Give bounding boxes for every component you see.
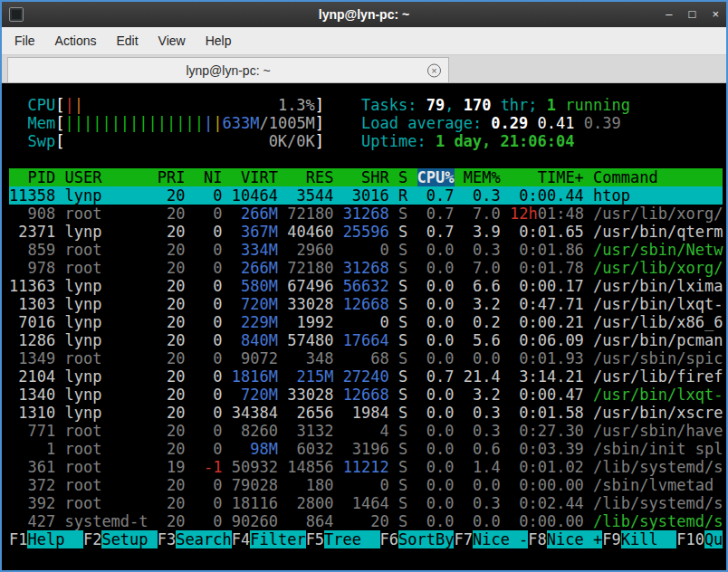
fnkey-f2[interactable]: F2 [83, 530, 101, 548]
fnlabel-f9[interactable]: Kill [621, 530, 676, 548]
uptime-value: 1 day, 21:06:04 [436, 132, 575, 150]
minimize-button-icon[interactable]: – [666, 2, 672, 27]
process-row-361[interactable]: 361 root 19 -1 50932 14856 11212 S 0.0 1… [9, 458, 726, 476]
menu-item-file[interactable]: File [14, 33, 35, 48]
fnkey-f7[interactable]: F7 [454, 530, 472, 548]
column-header-time[interactable]: TIME+ [510, 168, 584, 186]
swp-meter-label: Swp [27, 132, 55, 150]
cpu-meter: CPU[|| 1.3%] Tasks: 79, 170 thr; 1 runni… [9, 96, 726, 114]
title-bar: lynp@lyn-pc: ~ – □ × [2, 2, 726, 27]
column-header-cpu[interactable]: CPU% [417, 168, 455, 186]
process-row-1[interactable]: 1 root 20 0 98M 6032 3196 S 0.0 0.6 0:03… [9, 440, 726, 458]
close-button-icon[interactable]: × [712, 2, 719, 27]
menu-item-actions[interactable]: Actions [55, 33, 97, 48]
process-row-1349[interactable]: 1349 root 20 0 9072 348 68 S 0.0 0.0 0:0… [9, 349, 726, 367]
tasks-running-count: 1 [547, 96, 556, 114]
fnlabel-f4[interactable]: Filter [250, 530, 305, 548]
terminal-tab[interactable]: lynp@lyn-pc: ~ × [7, 57, 449, 82]
process-row-771[interactable]: 771 root 20 0 8260 3132 4 S 0.0 0.3 0:27… [9, 422, 726, 440]
process-row-1286[interactable]: 1286 lynp 20 0 840M 57480 17664 S 0.0 5.… [9, 331, 726, 349]
process-row-7016[interactable]: 7016 lynp 20 0 229M 1992 0 S 0.0 0.2 0:0… [9, 313, 726, 331]
cpu-meter-bar: | [64, 96, 73, 114]
column-header-ni[interactable]: NI [195, 168, 223, 186]
process-row-427[interactable]: 427 systemd-t 20 0 90260 864 20 S 0.0 0.… [9, 512, 726, 530]
column-header-s[interactable]: S [398, 168, 407, 186]
process-row-1303[interactable]: 1303 lynp 20 0 720M 33028 12668 S 0.0 3.… [9, 295, 726, 313]
fnkey-f8[interactable]: F8 [528, 530, 546, 548]
menu-item-help[interactable]: Help [206, 33, 232, 48]
load-15min: 0.39 [584, 114, 621, 132]
fnlabel-f2[interactable]: Setup [101, 530, 157, 548]
process-row-2104[interactable]: 2104 lynp 20 0 1816M 215M 27240 S 0.7 21… [9, 367, 726, 386]
process-row-859[interactable]: 859 root 20 0 334M 2960 0 S 0.0 0.3 0:01… [9, 241, 726, 259]
terminal-app-icon [9, 7, 24, 22]
uptime-label: Uptime: [361, 132, 436, 150]
column-header-shr[interactable]: SHR [343, 168, 389, 186]
terminal-screen[interactable]: CPU[|| 1.3%] Tasks: 79, 170 thr; 1 runni… [2, 83, 726, 570]
tab-close-icon[interactable]: × [427, 63, 441, 77]
fnlabel-f8[interactable]: Nice + [547, 530, 602, 548]
window-title: lynp@lyn-pc: ~ [2, 7, 726, 22]
tab-bar: lynp@lyn-pc: ~ × [2, 55, 726, 83]
fnlabel-f7[interactable]: Nice - [473, 530, 528, 548]
fnkey-f10[interactable]: F10 [676, 530, 704, 548]
fnlabel-f6[interactable]: SortBy [398, 530, 454, 548]
column-header-pid[interactable]: PID [9, 168, 55, 186]
fnlabel-f1[interactable]: Help [27, 530, 82, 548]
swp-meter-value: 0K/0K [269, 132, 315, 150]
fnlabel-f5[interactable]: Tree [324, 530, 379, 548]
process-row-978[interactable]: 978 root 20 0 266M 72180 31268 S 0.0 7.0… [9, 259, 726, 277]
process-row-1340[interactable]: 1340 lynp 20 0 720M 33028 12668 S 0.0 3.… [9, 386, 726, 404]
fnlabel-f3[interactable]: Search [176, 530, 231, 548]
process-row-1310[interactable]: 1310 lynp 20 0 34384 2656 1984 S 0.0 0.3… [9, 404, 726, 422]
window-buttons: – □ × [666, 2, 719, 27]
load-1min: 0.29 [491, 114, 528, 132]
column-header-virt[interactable]: VIRT [232, 168, 278, 186]
mem-meter-bar: ||||||||||||||| [64, 114, 204, 132]
maximize-button-icon[interactable]: □ [689, 2, 696, 27]
load-5min: 0.41 [538, 114, 575, 132]
menu-bar: File Actions Edit View Help [2, 27, 726, 55]
mem-meter-bar: | [204, 114, 213, 132]
cpu-meter-label: CPU [27, 96, 55, 114]
tasks-running-label: running [556, 96, 630, 114]
process-table-header[interactable]: PID USER PRI NI VIRT RES SHR S CPU% MEM%… [9, 168, 726, 186]
column-header-command[interactable]: Command [593, 168, 723, 186]
process-row-372[interactable]: 372 root 20 0 79028 180 0 S 0.0 0.0 0:00… [9, 476, 726, 494]
tasks-threads: 170 [464, 96, 492, 114]
fnkey-f1[interactable]: F1 [9, 530, 27, 548]
fnkey-f9[interactable]: F9 [602, 530, 620, 548]
function-bar[interactable]: F1Help F2Setup F3SearchF4FilterF5Tree F6… [9, 530, 726, 548]
cpu-meter-value: 1.3% [278, 96, 315, 114]
column-header-res[interactable]: RES [287, 168, 333, 186]
column-header-user[interactable]: USER [64, 168, 148, 186]
tasks-count: 79 [426, 96, 445, 114]
mem-meter-value: 633M [222, 114, 259, 132]
process-row-11363[interactable]: 11363 lynp 20 0 580M 67496 56632 S 0.0 6… [9, 277, 726, 295]
cpu-meter-bar: | [74, 96, 83, 114]
process-row-11358[interactable]: 11358 lynp 20 0 10464 3544 3016 R 0.7 0.… [9, 186, 726, 205]
mem-meter-value: /1005M [259, 114, 314, 132]
fnkey-f4[interactable]: F4 [232, 530, 250, 548]
process-row-908[interactable]: 908 root 20 0 266M 72180 31268 S 0.7 7.0… [9, 205, 726, 223]
mem-meter: Mem[|||||||||||||||||633M/1005M] Load av… [9, 114, 726, 132]
column-header-mem[interactable]: MEM% [464, 168, 501, 186]
menu-item-edit[interactable]: Edit [116, 33, 138, 48]
mem-meter-label: Mem [27, 114, 55, 132]
qterminal-window: lynp@lyn-pc: ~ – □ × File Actions Edit V… [0, 0, 728, 572]
process-row-392[interactable]: 392 root 20 0 18116 2800 1464 S 0.0 0.3 … [9, 494, 726, 512]
tasks-label: Tasks: [361, 96, 426, 114]
fnkey-f3[interactable]: F3 [158, 530, 176, 548]
blank-line [9, 150, 726, 168]
fnkey-f5[interactable]: F5 [306, 530, 324, 548]
swp-meter: Swp[ 0K/0K] Uptime: 1 day, 21:06:04 [9, 132, 726, 150]
fnlabel-f10[interactable]: Qu [704, 530, 723, 548]
mem-meter-bar: | [213, 114, 222, 132]
menu-item-view[interactable]: View [158, 33, 186, 48]
load-average-label: Load average: [361, 114, 491, 132]
tab-label: lynp@lyn-pc: ~ [186, 63, 270, 78]
process-row-2371[interactable]: 2371 lynp 20 0 367M 40460 25596 S 0.7 3.… [9, 223, 726, 241]
fnkey-f6[interactable]: F6 [380, 530, 398, 548]
column-header-pri[interactable]: PRI [158, 168, 186, 186]
